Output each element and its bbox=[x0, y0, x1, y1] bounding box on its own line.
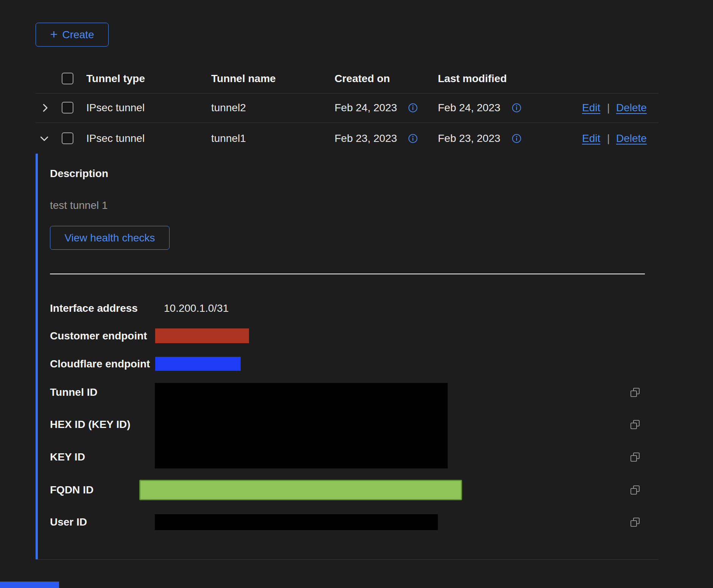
cloudflare-endpoint-redacted-value bbox=[155, 357, 241, 371]
info-icon[interactable] bbox=[408, 103, 418, 113]
column-header-tunnel-name: Tunnel name bbox=[211, 72, 276, 85]
fqdn-id-redacted-value bbox=[139, 480, 462, 500]
select-all-checkbox[interactable] bbox=[62, 73, 73, 84]
cell-tunnel-type: IPsec tunnel bbox=[86, 132, 145, 145]
section-divider bbox=[50, 274, 645, 274]
hex-id-label: HEX ID (KEY ID) bbox=[50, 418, 131, 431]
cell-tunnel-name: tunnel1 bbox=[211, 132, 246, 145]
create-button-label: Create bbox=[62, 30, 94, 40]
cloudflare-endpoint-label: Cloudflare endpoint bbox=[50, 358, 150, 370]
row-checkbox[interactable] bbox=[62, 102, 73, 114]
bottom-partial-element bbox=[0, 582, 59, 588]
key-id-label: KEY ID bbox=[50, 451, 85, 464]
edit-link[interactable]: Edit bbox=[582, 101, 600, 114]
view-health-checks-label: View health checks bbox=[64, 233, 155, 243]
fqdn-id-label: FQDN ID bbox=[50, 484, 93, 496]
cell-created-on: Feb 24, 2023 bbox=[335, 101, 397, 114]
customer-endpoint-redacted-value bbox=[155, 328, 249, 343]
cell-created-on: Feb 23, 2023 bbox=[335, 132, 397, 145]
expanded-panel-accent-bar bbox=[36, 154, 38, 559]
plus-icon: + bbox=[50, 28, 58, 40]
info-icon[interactable] bbox=[512, 103, 522, 113]
cell-last-modified: Feb 23, 2023 bbox=[438, 132, 500, 145]
copy-icon[interactable] bbox=[630, 387, 640, 398]
description-value: test tunnel 1 bbox=[50, 199, 108, 212]
column-header-created-on: Created on bbox=[335, 72, 390, 85]
copy-icon[interactable] bbox=[630, 452, 640, 462]
chevron-down-icon[interactable] bbox=[39, 133, 50, 144]
interface-address-label: Interface address bbox=[50, 302, 138, 315]
edit-link[interactable]: Edit bbox=[582, 132, 600, 145]
cell-tunnel-name: tunnel2 bbox=[211, 101, 246, 114]
cell-last-modified: Feb 24, 2023 bbox=[438, 101, 500, 114]
copy-icon[interactable] bbox=[630, 419, 640, 430]
customer-endpoint-label: Customer endpoint bbox=[50, 330, 147, 342]
interface-address-value: 10.200.1.0/31 bbox=[164, 302, 229, 315]
action-separator: | bbox=[607, 132, 610, 145]
tunnel-id-redacted-block bbox=[155, 383, 448, 468]
delete-link[interactable]: Delete bbox=[616, 132, 647, 145]
create-button[interactable]: + Create bbox=[36, 23, 109, 47]
view-health-checks-button[interactable]: View health checks bbox=[50, 226, 170, 250]
user-id-label: User ID bbox=[50, 516, 87, 529]
cell-tunnel-type: IPsec tunnel bbox=[86, 101, 145, 114]
tunnel-id-label: Tunnel ID bbox=[50, 386, 97, 399]
column-header-tunnel-type: Tunnel type bbox=[86, 72, 145, 85]
column-header-last-modified: Last modified bbox=[438, 72, 507, 85]
user-id-redacted-value bbox=[155, 514, 438, 530]
header-divider-line bbox=[36, 93, 659, 93]
description-heading: Description bbox=[50, 167, 108, 180]
row-checkbox[interactable] bbox=[62, 132, 73, 144]
chevron-right-icon[interactable] bbox=[39, 102, 51, 114]
copy-icon[interactable] bbox=[630, 517, 640, 527]
delete-link[interactable]: Delete bbox=[616, 101, 647, 114]
ipsec-tunnels-page: + Create Tunnel type Tunnel name Created… bbox=[0, 0, 713, 588]
row-divider-line bbox=[36, 123, 659, 123]
copy-icon[interactable] bbox=[630, 485, 640, 495]
info-icon[interactable] bbox=[408, 134, 418, 143]
table-bottom-line bbox=[36, 559, 659, 560]
info-icon[interactable] bbox=[512, 134, 522, 143]
action-separator: | bbox=[607, 101, 610, 114]
